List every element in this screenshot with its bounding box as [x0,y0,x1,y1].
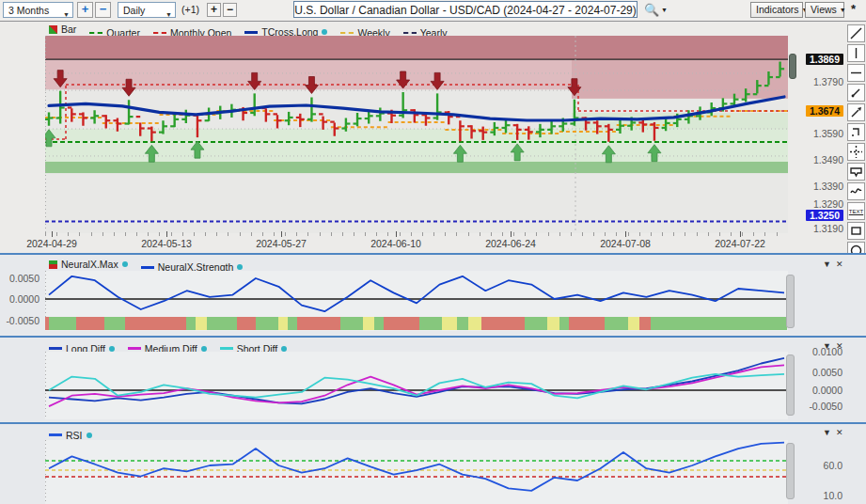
neuralx-scrollbar[interactable] [786,275,795,328]
date-major-tick [511,231,512,237]
date-major-tick [396,231,397,237]
pencil-tool[interactable] [847,84,865,102]
date-label: 2024-06-24 [471,238,550,249]
step-back-button[interactable]: − [223,3,237,17]
diff-scrollbar[interactable] [786,354,795,416]
chart-title: U.S. Dollar / Canadian Dollar - USD/CAD … [293,1,638,18]
legend-swatch-icon [49,260,57,269]
close-panel-icon[interactable]: ✕ [836,428,843,437]
axis-tick-label: 0.0000 [4,293,39,306]
legend-label: RSI [66,430,83,441]
collapse-panel-icon[interactable]: ▼ [823,260,831,269]
legend-swatch-icon [49,347,62,350]
top-toolbar: 3 Months ▼ + − Daily ▼ (+1) + − U.S. Dol… [0,0,866,22]
date-label: 2024-06-10 [356,238,435,249]
date-label: 2024-04-29 [12,238,91,249]
date-major-tick [166,231,167,237]
favorite-marker: * [851,2,856,16]
legend-item: Bar [49,24,76,35]
rsi-legend: RSI [49,427,105,441]
price-label: 1.3190 [795,222,843,235]
date-major-tick [52,231,53,237]
text-tool[interactable]: TEXT [847,202,865,220]
chevron-down-icon: ▼ [63,8,70,23]
close-panel-icon[interactable]: ✕ [836,341,843,351]
date-major-tick [281,231,282,237]
chevron-down-icon: ▼ [840,7,846,13]
trading-app-window: 3 Months ▼ + − Daily ▼ (+1) + − U.S. Dol… [0,0,866,504]
range-select-value: 3 Months [8,5,49,16]
axis-tick-label: -0.0050 [4,315,39,327]
interval-select-value: Daily [123,5,145,16]
search-icon[interactable]: 🔍 [644,3,659,17]
collapse-panel-icon[interactable]: ▼ [823,428,831,437]
legend-swatch-icon [141,266,154,269]
vertical-line-tool[interactable] [847,44,865,62]
rsi-plot[interactable] [45,440,788,504]
close-panel-icon[interactable]: ✕ [836,260,843,269]
legend-swatch-icon [340,32,354,34]
angle-tool[interactable] [847,123,865,141]
legend-swatch-icon [89,32,102,34]
neuralx-plot[interactable] [45,271,788,331]
legend-swatch-icon [49,433,62,436]
step-forward-button[interactable]: + [207,3,221,17]
price-badge: 1.3674 [795,104,843,118]
axis-tick-label: 0.0000 [799,385,842,397]
price-label: 1.3490 [795,153,843,166]
marker-tool[interactable] [847,103,865,121]
horizontal-line-tool[interactable] [847,64,865,82]
info-icon[interactable] [122,261,128,267]
legend-item: NeuralX.Max [49,259,128,270]
price-label: 1.3790 [795,75,843,88]
axis-tick-label: 60.0 [799,460,842,472]
price-badge: 1.3250 [795,209,843,222]
info-icon[interactable] [87,433,92,438]
legend-label: NeuralX.Max [61,259,118,270]
legend-swatch-icon [153,32,166,34]
collapse-panel-icon[interactable]: ▼ [823,341,831,351]
legend-swatch-icon [49,25,57,34]
info-icon[interactable] [281,346,287,352]
indicators-button[interactable]: Indicators▼ [750,2,803,18]
axis-tick-label: -0.0050 [799,401,842,413]
price-axis-scrollbar[interactable] [789,54,796,79]
rsi-scrollbar[interactable] [786,443,795,499]
trendline-tool[interactable] [847,24,865,42]
legend-swatch-icon [403,32,417,34]
zoom-in-button[interactable]: + [77,2,93,18]
price-label: 1.3590 [795,127,843,140]
zoom-out-button[interactable]: − [95,2,111,18]
legend-swatch-icon [128,347,141,350]
chevron-down-icon: ▼ [165,8,172,23]
rectangle-tool[interactable] [847,222,865,240]
axis-tick-label: 10.0 [799,490,842,502]
date-major-tick [625,231,626,237]
info-icon[interactable] [109,346,115,352]
date-label: 2024-07-22 [701,238,779,249]
date-label: 2024-05-27 [242,238,321,249]
info-icon[interactable] [201,346,207,352]
info-icon[interactable] [322,29,327,35]
date-label: 2024-07-08 [586,238,665,249]
axis-tick-label: 0.0050 [4,273,39,285]
callout-tool[interactable] [847,163,865,181]
date-major-tick [740,231,741,237]
legend-item: RSI [49,430,92,441]
views-button[interactable]: Views▼ [805,2,844,18]
price-label: 1.3390 [795,180,843,193]
crosshair-tool[interactable] [847,143,865,161]
search-chevron-icon[interactable]: ▼ [661,7,668,13]
legend-label: Bar [61,24,76,35]
date-label: 2024-05-13 [127,238,206,249]
diff-plot[interactable] [45,352,788,419]
axis-tick-label: 0.0050 [799,367,842,379]
date-axis-ticks [45,232,788,236]
info-icon[interactable] [237,264,243,270]
legend-swatch-icon [220,347,233,350]
range-select[interactable]: 3 Months ▼ [3,2,73,18]
main-price-chart[interactable] [45,36,788,233]
wave-tool[interactable] [847,182,865,200]
offset-label: (+1) [181,4,199,15]
interval-select[interactable]: Daily ▼ [118,2,176,18]
